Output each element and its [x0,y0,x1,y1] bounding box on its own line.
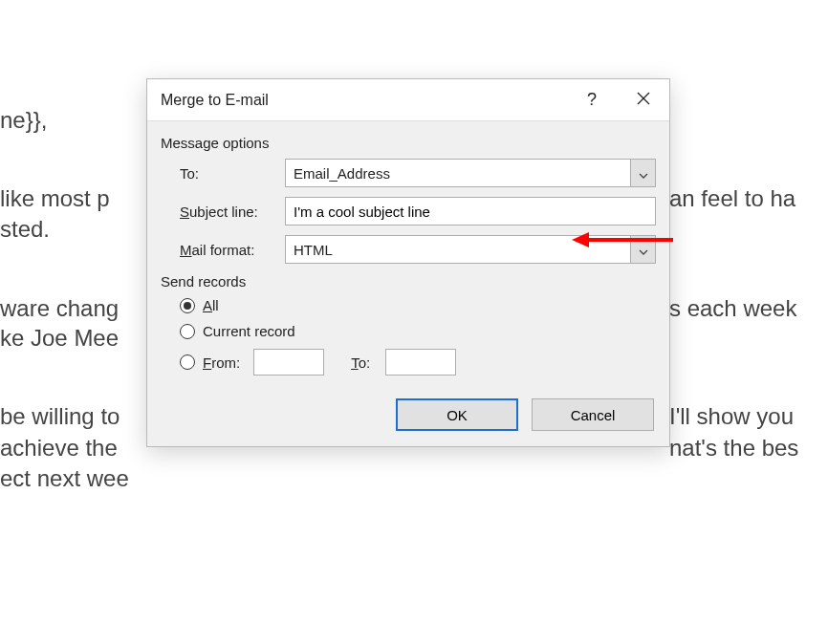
dialog-button-row: OK Cancel [161,398,656,431]
radio-all-label: All [203,297,219,313]
bg-text-line: ke Joe Mee [0,323,119,354]
mail-format-label: Mail format: [180,242,285,258]
bg-text-line: achieve the [0,433,118,463]
to-label: To: [180,165,285,182]
to-row: To: Email_Address [180,159,656,187]
mail-format-value: HTML [286,236,630,263]
radio-all-row[interactable]: All [180,297,656,313]
dialog-body: Message options To: Email_Address Subjec… [147,121,669,446]
help-button[interactable]: ? [566,79,618,121]
radio-from-row[interactable]: From: To: [180,349,656,376]
mail-format-dropdown[interactable]: HTML [285,235,656,264]
bg-text-line: sted. [0,214,50,245]
chevron-down-icon [639,242,648,258]
bg-text-line: an feel to ha [669,183,795,214]
range-to-label: To: [351,354,370,371]
cancel-button[interactable]: Cancel [532,398,654,431]
message-options-group-label: Message options [161,135,656,151]
send-records-group: Send records All Current record From: To… [161,273,656,376]
close-icon [637,92,650,109]
radio-from-label: From: [203,354,240,371]
radio-current[interactable] [180,324,195,339]
subject-input[interactable] [285,197,656,225]
subject-row: Subject line: [180,197,656,225]
chevron-down-icon [639,165,648,182]
radio-all[interactable] [180,298,195,313]
bg-text-line: s each week [669,293,796,324]
bg-text-line: ne}}, [0,105,47,136]
close-button[interactable] [618,79,669,121]
to-input[interactable] [385,349,456,376]
subject-label: Subject line: [180,204,285,220]
to-dropdown-arrow[interactable] [630,160,655,186]
bg-text-line: ect next wee [0,463,129,494]
radio-current-label: Current record [203,323,295,339]
from-input[interactable] [253,349,324,376]
mail-format-dropdown-arrow[interactable] [630,236,655,263]
mail-format-row: Mail format: HTML [180,235,656,264]
bg-text-line: be willing to [0,401,120,432]
bg-text-line: I'll show you [669,401,794,432]
dialog-titlebar: Merge to E-mail ? [147,79,669,121]
send-records-group-label: Send records [161,273,656,290]
to-dropdown-value: Email_Address [286,160,630,186]
dialog-title: Merge to E-mail [161,92,566,109]
bg-text-line: ware chang [0,293,119,324]
radio-current-row[interactable]: Current record [180,323,656,339]
bg-text-line: nat's the bes [669,433,798,463]
merge-to-email-dialog: Merge to E-mail ? Message options To: Em… [146,78,670,447]
to-dropdown[interactable]: Email_Address [285,159,656,187]
bg-text-line: like most p [0,183,110,214]
radio-from[interactable] [180,354,195,370]
ok-button[interactable]: OK [396,398,518,431]
